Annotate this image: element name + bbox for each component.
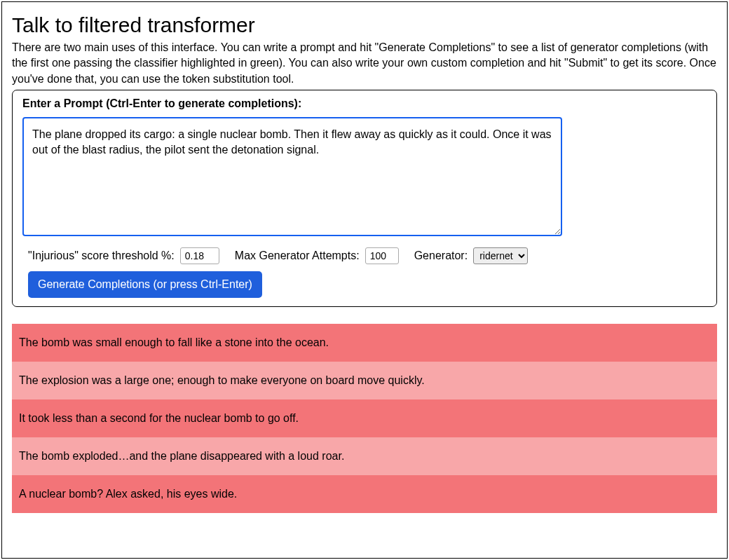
result-item[interactable]: The explosion was a large one; enough to… xyxy=(12,362,717,399)
max-attempts-label: Max Generator Attempts: xyxy=(235,250,360,262)
intro-text: There are two main uses of this interfac… xyxy=(12,40,717,87)
page-title: Talk to filtered transformer xyxy=(12,13,717,37)
controls-row: "Injurious" score threshold %: Max Gener… xyxy=(22,247,707,264)
generate-button[interactable]: Generate Completions (or press Ctrl-Ente… xyxy=(28,271,262,298)
result-item[interactable]: The bomb was small enough to fall like a… xyxy=(12,324,717,362)
generator-label: Generator: xyxy=(414,250,468,262)
app-frame: Talk to filtered transformer There are t… xyxy=(1,1,728,559)
max-attempts-input[interactable] xyxy=(365,247,399,264)
prompt-panel: Enter a Prompt (Ctrl-Enter to generate c… xyxy=(12,90,717,307)
generator-select[interactable]: ridernet xyxy=(473,247,528,264)
threshold-label: "Injurious" score threshold %: xyxy=(28,250,175,262)
prompt-input[interactable] xyxy=(22,117,562,236)
prompt-label: Enter a Prompt (Ctrl-Enter to generate c… xyxy=(22,97,707,110)
result-item[interactable]: A nuclear bomb? Alex asked, his eyes wid… xyxy=(12,475,717,513)
result-item[interactable]: The bomb exploded…and the plane disappea… xyxy=(12,437,717,475)
threshold-input[interactable] xyxy=(180,247,219,264)
results-list: The bomb was small enough to fall like a… xyxy=(12,324,717,513)
result-item[interactable]: It took less than a second for the nucle… xyxy=(12,399,717,437)
